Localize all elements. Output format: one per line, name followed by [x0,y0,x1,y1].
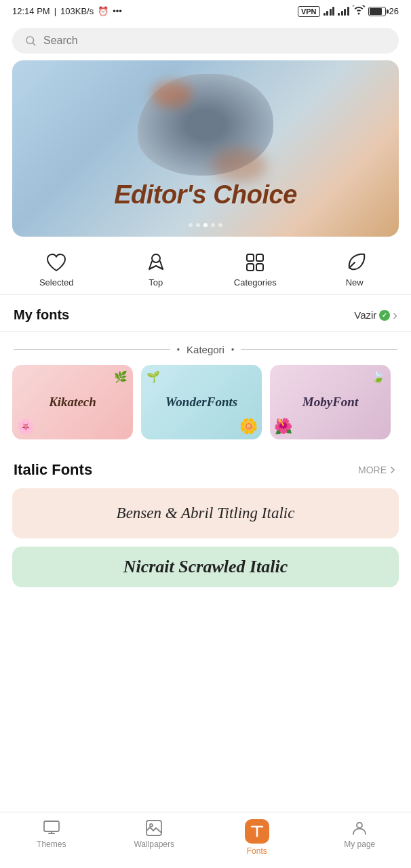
card-moby-label: MobyFont [302,395,358,410]
hero-dot-1[interactable] [189,223,193,227]
search-bar[interactable] [12,28,399,54]
bottom-nav-mypage[interactable]: My page [309,819,412,856]
status-left: 12:14 PM | 103KB/s ⏰ ••• [12,6,122,16]
clock-icon: ⏰ [98,6,109,16]
nav-categories[interactable]: Categories [206,252,305,288]
kategori-label: Kategori [187,344,224,355]
apps-icon [244,252,266,273]
signal-icon-2 [338,7,349,16]
my-fonts-row[interactable]: My fonts Vazir › [0,295,411,332]
bottom-nav: Themes Wallpapers Fonts My page [0,812,411,868]
flower-decoration-2: 🌿 [114,370,128,383]
bottom-nav-fonts[interactable]: Fonts [206,819,309,856]
bottom-nav-fonts-label: Fonts [247,846,267,856]
bottom-nav-wallpapers[interactable]: Wallpapers [103,819,206,856]
ribbon-icon [145,252,167,273]
bottom-nav-themes[interactable]: Themes [0,819,103,856]
hero-dots [12,223,399,227]
bottom-nav-themes-label: Themes [37,840,66,849]
svg-point-9 [357,823,362,828]
nav-selected[interactable]: Selected [7,252,106,288]
svg-rect-6 [44,821,59,831]
card-kikatech[interactable]: 🌸 🌿 Kikatech [12,365,133,439]
person-icon [351,819,368,837]
flower-decoration-4: 🌱 [146,370,160,383]
kategori-dot-right: • [231,345,234,355]
my-fonts-right[interactable]: Vazir › [354,307,397,323]
nav-new[interactable]: New [305,252,405,288]
current-font-name: Vazir [354,309,376,321]
flower-decoration-3: 🌼 [239,418,258,435]
card-wonder[interactable]: 🌼 🌱 WonderFonts [141,365,262,439]
nav-selected-label: Selected [39,277,74,288]
T-icon [248,823,266,840]
hero-title: Editor's Choice [12,180,399,210]
search-input[interactable] [43,35,387,47]
dots-icon: ••• [113,6,122,16]
italic-fonts-header: Italic Fonts MORE [0,454,411,488]
active-font-indicator [379,310,390,321]
kategori-dot-left: • [177,345,180,355]
svg-rect-3 [256,254,263,261]
my-fonts-arrow: › [393,307,397,323]
card-moby[interactable]: 🌺 🍃 MobyFont [270,365,391,439]
hero-dot-5[interactable] [218,223,222,227]
hero-dot-4[interactable] [211,223,215,227]
my-fonts-label: My fonts [14,307,69,323]
speed: 103KB/s [60,6,94,16]
font-card-nicrait[interactable]: Nicrait Scrawled Italic [12,547,399,587]
card-kikatech-label: Kikatech [49,395,96,410]
nav-icons-row: Selected Top Categories New [0,237,411,295]
category-cards: 🌸 🌿 Kikatech 🌼 🌱 WonderFonts 🌺 🍃 MobyFon… [0,365,411,454]
nav-top-label: Top [149,277,163,288]
hero-banner: Editor's Choice [12,60,399,237]
flower-decoration-6: 🍃 [372,370,385,383]
chevron-right-icon [388,465,397,475]
more-button[interactable]: MORE [358,465,397,475]
font-card-nicrait-text: Nicrait Scrawled Italic [123,557,288,577]
nav-new-label: New [346,277,364,288]
flower-decoration-5: 🌺 [274,418,292,435]
card-wonder-label: WonderFonts [165,395,237,410]
heart-icon [45,252,67,273]
status-right: VPN 26 [298,5,399,17]
kategori-line-left [14,349,170,350]
font-card-bensen[interactable]: Bensen & Abril Titling Italic [12,488,399,538]
svg-rect-2 [247,254,254,261]
separator: | [54,6,56,16]
flower-decoration-1: 🌸 [16,418,35,435]
kategori-header: • Kategori • [0,332,411,365]
battery-level: 26 [389,6,399,16]
italic-fonts-title: Italic Fonts [14,461,92,479]
hero-rock-decoration [138,74,273,176]
hero-dot-3[interactable] [203,223,208,227]
svg-rect-5 [256,264,263,271]
nav-categories-label: Categories [234,277,277,288]
svg-line-1 [33,43,35,45]
monitor-icon [43,819,60,837]
svg-point-8 [150,824,153,827]
nav-top[interactable]: Top [106,252,206,288]
wifi-icon [353,5,365,17]
bottom-nav-mypage-label: My page [344,840,375,849]
kategori-line-right [241,349,397,350]
hero-dot-2[interactable] [196,223,200,227]
time: 12:14 PM [12,6,50,16]
vpn-badge: VPN [298,6,320,17]
fonts-active-bg [245,819,269,844]
font-card-bensen-text: Bensen & Abril Titling Italic [26,505,385,522]
battery-icon [368,7,386,16]
signal-icon-1 [324,7,335,16]
status-bar: 12:14 PM | 103KB/s ⏰ ••• VPN 26 [0,0,411,22]
picture-icon [145,819,163,837]
svg-rect-4 [247,264,254,271]
bottom-nav-wallpapers-label: Wallpapers [134,840,174,849]
leaf-icon [344,252,366,273]
search-icon [24,35,37,47]
